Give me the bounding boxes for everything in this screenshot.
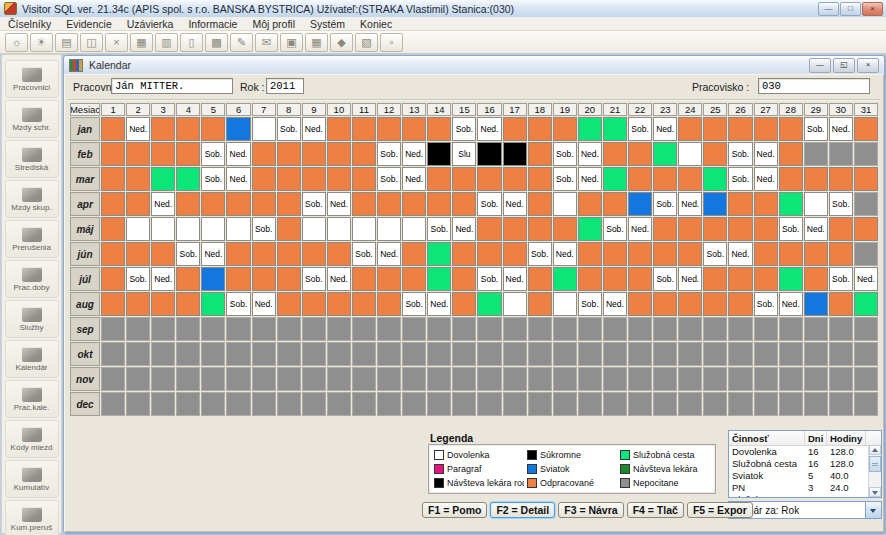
record-first-button[interactable]: ☼: [5, 33, 28, 52]
day-cell-dovolenka[interactable]: [126, 217, 150, 241]
day-cell-odpracovane[interactable]: [327, 142, 351, 166]
scroll-up-button[interactable]: [869, 445, 881, 455]
day-cell-nepocitane[interactable]: [754, 392, 778, 416]
day-cell-nepocitane[interactable]: [101, 317, 125, 341]
day-cell-nepocitane[interactable]: [603, 317, 627, 341]
day-cell-odpracovane[interactable]: [277, 267, 301, 291]
day-cell-nedela[interactable]: Ned.: [804, 217, 828, 241]
day-cell-nedela[interactable]: Ned.: [829, 117, 853, 141]
day-cell-sobota[interactable]: Sob.: [528, 242, 552, 266]
day-cell-odpracovane[interactable]: [377, 192, 401, 216]
scroll-thumb[interactable]: [869, 456, 881, 472]
day-cell-odpracovane[interactable]: [528, 117, 552, 141]
day-cell-nepocitane[interactable]: [101, 342, 125, 366]
day-cell-odpracovane[interactable]: [854, 167, 878, 191]
day-cell-dovolenka[interactable]: [201, 217, 225, 241]
day-cell-nepocitane[interactable]: [126, 317, 150, 341]
window-view-button[interactable]: ▣: [280, 33, 303, 52]
send-button[interactable]: ✉: [255, 33, 278, 52]
day-cell-nepocitane[interactable]: [678, 317, 702, 341]
day-cell-nepocitane[interactable]: [452, 317, 476, 341]
day-cell-nepocitane[interactable]: [176, 342, 200, 366]
day-cell-nedela[interactable]: Ned.: [327, 192, 351, 216]
day-cell-sobota[interactable]: Sob.: [829, 192, 853, 216]
menu-evidencie[interactable]: Evidencie: [66, 18, 112, 30]
day-cell-nedela[interactable]: Ned.: [754, 167, 778, 191]
menu-ciselniky[interactable]: Číselníky: [8, 18, 51, 30]
day-cell-nepocitane[interactable]: [703, 392, 727, 416]
day-cell-nepocitane[interactable]: [151, 342, 175, 366]
grid-view-button[interactable]: ▦: [305, 33, 328, 52]
kalendar-minimize-button[interactable]: —: [809, 58, 831, 73]
fkey-button-f3[interactable]: F3 = Návra: [558, 502, 623, 518]
day-cell-nepocitane[interactable]: [377, 367, 401, 391]
day-cell-odpracovane[interactable]: [302, 167, 326, 191]
day-cell-odpracovane[interactable]: [277, 192, 301, 216]
day-cell-nepocitane[interactable]: [503, 367, 527, 391]
day-cell-nepocitane[interactable]: [352, 392, 376, 416]
day-cell-odpracovane[interactable]: [779, 117, 803, 141]
day-cell-nepocitane[interactable]: [829, 367, 853, 391]
day-cell-odpracovane[interactable]: [653, 167, 677, 191]
day-cell-odpracovane[interactable]: [477, 217, 501, 241]
day-cell-nepocitane[interactable]: [402, 367, 426, 391]
kalendar-restore-button[interactable]: ◱: [833, 58, 855, 73]
day-cell-sviatok[interactable]: [628, 192, 652, 216]
day-cell-sobota[interactable]: Sob.: [477, 267, 501, 291]
day-cell-nedela[interactable]: Ned.: [578, 167, 602, 191]
day-cell-nepocitane[interactable]: [703, 367, 727, 391]
day-cell-sobota[interactable]: Sob.: [628, 117, 652, 141]
day-cell-nepocitane[interactable]: [452, 367, 476, 391]
day-cell-odpracovane[interactable]: [578, 192, 602, 216]
day-cell-odpracovane[interactable]: [327, 242, 351, 266]
chevron-down-icon[interactable]: [865, 502, 881, 518]
day-cell-odpracovane[interactable]: [126, 192, 150, 216]
day-cell-dovolenka[interactable]: [503, 292, 527, 316]
day-cell-nepocitane[interactable]: [277, 342, 301, 366]
day-cell-nepocitane[interactable]: [804, 342, 828, 366]
day-cell-odpracovane[interactable]: [402, 267, 426, 291]
day-cell-nepocitane[interactable]: [201, 317, 225, 341]
day-cell-nepocitane[interactable]: [151, 392, 175, 416]
sidebar-item-strediska[interactable]: Strediská: [5, 140, 59, 178]
day-cell-odpracovane[interactable]: [528, 292, 552, 316]
day-cell-odpracovane[interactable]: [352, 117, 376, 141]
day-cell-odpracovane[interactable]: [252, 142, 276, 166]
day-cell-sobota[interactable]: Sob.: [226, 292, 250, 316]
day-cell-nedela[interactable]: Ned.: [327, 267, 351, 291]
day-cell-odpracovane[interactable]: [528, 167, 552, 191]
day-cell-odpracovane[interactable]: [503, 167, 527, 191]
sidebar-item-kumulativ[interactable]: Kumulatív: [5, 460, 59, 498]
day-cell-nepocitane[interactable]: [829, 317, 853, 341]
fkey-button-f2[interactable]: F2 = Detail: [490, 502, 555, 518]
day-cell-odpracovane[interactable]: [427, 167, 451, 191]
day-cell-nepocitane[interactable]: [226, 392, 250, 416]
day-cell-nepocitane[interactable]: [553, 392, 577, 416]
close-button[interactable]: ×: [862, 2, 883, 16]
day-cell-nepocitane[interactable]: [553, 317, 577, 341]
day-cell-nepocitane[interactable]: [829, 142, 853, 166]
day-cell-odpracovane[interactable]: [628, 292, 652, 316]
day-cell-nepocitane[interactable]: [252, 392, 276, 416]
day-cell-nepocitane[interactable]: [302, 367, 326, 391]
day-cell-dovolenka[interactable]: [327, 217, 351, 241]
day-cell-nepocitane[interactable]: [854, 192, 878, 216]
pracovnik-input[interactable]: [111, 78, 233, 94]
day-cell-nepocitane[interactable]: [754, 317, 778, 341]
day-cell-nepocitane[interactable]: [804, 317, 828, 341]
day-cell-nepocitane[interactable]: [101, 392, 125, 416]
day-cell-odpracovane[interactable]: [101, 292, 125, 316]
day-cell-odpracovane[interactable]: [302, 292, 326, 316]
day-cell-nepocitane[interactable]: [402, 342, 426, 366]
day-cell-sluzobna-cesta[interactable]: [578, 217, 602, 241]
day-cell-nepocitane[interactable]: [754, 367, 778, 391]
day-cell-odpracovane[interactable]: [854, 217, 878, 241]
day-cell-odpracovane[interactable]: [277, 242, 301, 266]
day-cell-odpracovane[interactable]: [352, 142, 376, 166]
day-cell-nedela[interactable]: Ned.: [226, 142, 250, 166]
day-cell-odpracovane[interactable]: [854, 117, 878, 141]
day-cell-odpracovane[interactable]: [452, 267, 476, 291]
day-cell-sobota[interactable]: Sob.: [653, 192, 677, 216]
day-cell-nepocitane[interactable]: [804, 367, 828, 391]
selection-button[interactable]: ▫: [380, 33, 403, 52]
